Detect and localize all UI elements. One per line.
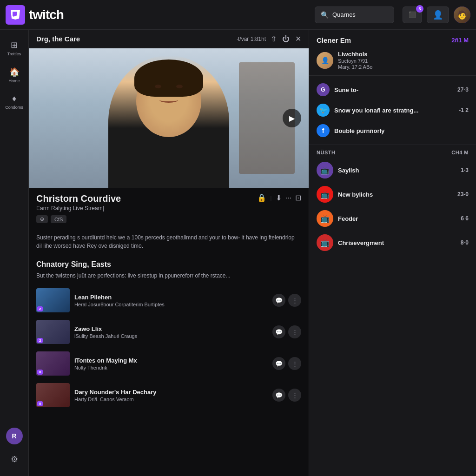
sidebar-user-avatar[interactable]: R (6, 428, 23, 444)
panel-top-item[interactable]: 👤 Liwchhols Suctoyn 7/91 Mary. 17:2 ABo (309, 47, 476, 73)
channel-name: Christorn Courdive (36, 193, 121, 204)
channel-count: 8-0 (461, 239, 469, 246)
stream-header: Drg, the Care ·t/var 1:81ht ⇧ ⏻ ✕ (29, 30, 309, 48)
clip-more-button[interactable]: ⋮ (288, 357, 301, 370)
channel-item[interactable]: 📺 New bylichs 23-0 (309, 182, 476, 206)
clip-info: Lean Pilehen Heral Josurёbour Corpatiter… (74, 294, 268, 307)
clip-actions: 💬 ⋮ (272, 294, 301, 307)
channel-info: New bylichs (338, 191, 453, 198)
top-channel-sub: Suctoyn 7/91 (338, 58, 469, 64)
video-player[interactable]: ▶ (29, 48, 309, 188)
share-item-1-info: Sune to- (334, 86, 453, 93)
channel-name: New bylichs (338, 191, 453, 198)
channel-info: Chrisevergment (338, 239, 456, 246)
tag-person-icon: ⊕ (40, 216, 44, 222)
clip-item[interactable]: 0 Dary Nounder's Har Dechary Harty Dri/l… (33, 379, 305, 411)
profile-button[interactable]: 👤 (427, 7, 449, 23)
stream-description: Suster perading s ourdiüntd helc we a 10… (29, 233, 309, 256)
sidebar-item-home[interactable]: 🏠 Home (3, 62, 26, 87)
sidebar-item-label: Home (8, 79, 20, 83)
share-generic-icon: G (317, 83, 330, 96)
stream-game: Earm Ralyting Live Stream| (36, 205, 121, 212)
clip-item[interactable]: 2 Lean Pilehen Heral Josurёbour Corpatit… (33, 284, 305, 316)
channel-avatar: 📺 (317, 210, 333, 227)
twitch-wordmark: twitch (29, 7, 64, 22)
clip-more-button[interactable]: ⋮ (288, 389, 301, 402)
channel-item[interactable]: 📺 Feoder 6 6 (309, 206, 476, 231)
right-panel: Clener Em 2ñ1 M 👤 Liwchhols Suctoyn 7/91… (309, 30, 476, 476)
clip-actions: 💬 ⋮ (272, 389, 301, 402)
sidebar-settings-button[interactable]: ⚙ (3, 448, 26, 470)
share-item-3-info: Bouble purnñorly (334, 127, 469, 134)
notification-button[interactable]: ⬛ 5 (403, 7, 422, 23)
logo-area: twitch (6, 5, 99, 25)
settings-icon: ⚙ (11, 454, 18, 464)
stream-header-icons: ⇧ ⏻ ✕ (271, 34, 301, 43)
clip-title: Dary Nounder's Har Dechary (74, 389, 268, 396)
share-item-1[interactable]: G Sune to- 27-3 (309, 79, 476, 100)
channel-name: Chrisevergment (338, 239, 456, 246)
clip-chat-button[interactable]: 💬 (272, 389, 285, 402)
channel-name: Feoder (338, 215, 456, 222)
twitch-logo-icon[interactable] (6, 5, 25, 25)
share-item-2[interactable]: 🐦 Snow you lonañ are stratng... -1 2 (309, 100, 476, 120)
lock-icon[interactable]: 🔒 (257, 193, 266, 202)
share-item-2-count: -1 2 (459, 107, 469, 113)
expand-icon[interactable]: ⊡ (295, 193, 301, 202)
clip-thumbnail: 2 (36, 320, 70, 344)
sidebar-item-label: Condoms (5, 105, 23, 110)
share-section: G Sune to- 27-3 🐦 Snow you lonañ are str… (309, 78, 476, 143)
share-item-1-count: 27-3 (457, 86, 469, 93)
clip-title: Lean Pilehen (74, 294, 268, 301)
top-navigation: twitch 🔍 ⬛ 5 👤 🧑 (0, 0, 476, 30)
stream-info-actions: 🔒 | ⬇ ··· ⊡ (257, 193, 301, 202)
clip-item[interactable]: 2 Zawo Llix iSulity Beash Jahué Craugs 💬… (33, 316, 305, 348)
clips-list: 2 Lean Pilehen Heral Josurёbour Corpatit… (29, 284, 309, 411)
download-icon[interactable]: ⬇ (276, 193, 282, 202)
clip-chat-button[interactable]: 💬 (272, 294, 285, 307)
notification-icon: ⬛ (409, 11, 416, 18)
clip-title: Zawo Llix (74, 325, 268, 332)
top-channel-info: Liwchhols Suctoyn 7/91 Mary. 17:2 ABo (338, 51, 469, 70)
sidebar-item-label: Trottles (7, 52, 21, 56)
more-options-icon[interactable]: ··· (285, 194, 291, 202)
clip-more-button[interactable]: ⋮ (288, 294, 301, 307)
search-icon: 🔍 (321, 11, 329, 19)
clip-thumbnail: 2 (36, 288, 70, 312)
channel-item[interactable]: 📺 Saylish 1·3 (309, 158, 476, 182)
clip-title: ITontes on Maying Mx (74, 357, 268, 364)
clip-info: Dary Nounder's Har Dechary Harty Dri/l. … (74, 389, 268, 402)
stream-tag-label: CfS (51, 215, 66, 223)
clip-chat-button[interactable]: 💬 (272, 325, 285, 338)
play-button[interactable]: ▶ (283, 109, 301, 127)
channel-name: Saylish (338, 167, 456, 174)
close-icon[interactable]: ✕ (295, 34, 301, 43)
user-avatar[interactable]: 🧑 (454, 7, 470, 23)
top-channel-name: Liwchhols (338, 51, 469, 58)
clip-item[interactable]: 0 ITontes on Maying Mx Nolty Thendrik 💬 … (33, 348, 305, 379)
power-icon[interactable]: ⏻ (282, 35, 290, 43)
sidebar-item-trottles[interactable]: ⊞ Trottles (3, 35, 26, 60)
clip-more-button[interactable]: ⋮ (288, 325, 301, 338)
divider-1 (309, 75, 476, 76)
search-bar[interactable]: 🔍 (315, 7, 394, 23)
panel-section2-title: Nüsth (317, 150, 335, 155)
share-icon[interactable]: ⇧ (271, 34, 277, 43)
top-channel-avatar: 👤 (317, 52, 333, 69)
notification-badge: 5 (416, 5, 423, 13)
main-body: ⊞ Trottles 🏠 Home ♦ Condoms R ⚙ Drg, the… (0, 30, 476, 476)
sidebar-item-condoms[interactable]: ♦ Condoms (3, 89, 26, 114)
stream-header-title: Drg, the Care (36, 35, 228, 43)
channel-avatar: 📺 (317, 186, 333, 203)
share-item-2-label: Snow you lonañ are stratng... (334, 107, 454, 114)
clip-meta: Heral Josurёbour Corpatiterim Burtiptes (74, 302, 268, 307)
channel-info: Saylish (338, 167, 456, 174)
tag-text: CfS (54, 217, 63, 222)
channel-item[interactable]: 📺 Chrisevergment 8-0 (309, 231, 476, 255)
clip-chat-button[interactable]: 💬 (272, 357, 285, 370)
grid-icon: ⊞ (11, 40, 18, 50)
share-item-3[interactable]: f Bouble purnñorly (309, 120, 476, 141)
stream-info: Christorn Courdive Earm Ralyting Live St… (29, 188, 309, 233)
clip-badge: 0 (37, 401, 43, 406)
search-input[interactable] (332, 11, 388, 18)
